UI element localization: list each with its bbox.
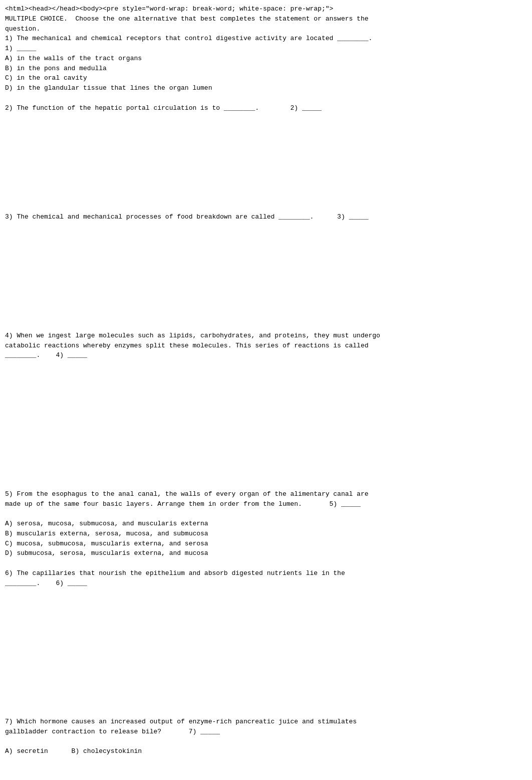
q1-text: 1) The mechanical and chemical receptors…: [5, 35, 372, 42]
q5-option-d: D) submucosa, serosa, muscularis externa…: [5, 549, 208, 557]
q5-option-b: B) muscularis externa, serosa, mucosa, a…: [5, 530, 208, 537]
q1-option-c: C) in the oral cavity: [5, 74, 87, 82]
q1-option-d: D) in the glandular tissue that lines th…: [5, 84, 212, 92]
intro-line-2: question.: [5, 25, 40, 33]
q4-answer-blank: ________. 4) _____: [5, 351, 87, 359]
intro-line: MULTIPLE CHOICE. Choose the one alternat…: [5, 15, 369, 23]
html-tag-line: <html><head></head><body><pre style="wor…: [5, 5, 333, 13]
q1-option-a: A) in the walls of the tract organs: [5, 55, 142, 62]
q3-text: 3) The chemical and mechanical processes…: [5, 213, 369, 221]
q7-text-line1: 7) Which hormone causes an increased out…: [5, 718, 357, 725]
q5-text-line2: made up of the same four basic layers. A…: [5, 500, 361, 508]
q6-text-line1: 6) The capillaries that nourish the epit…: [5, 569, 345, 577]
page-container: <html><head></head><body><pre style="wor…: [0, 0, 532, 780]
q6-answer-blank: ________. 6) _____: [5, 579, 87, 587]
q1-answer-blank: 1) _____: [5, 45, 36, 52]
q5-text-line1: 5) From the esophagus to the anal canal,…: [5, 490, 369, 498]
q1-option-b: B) in the pons and medulla: [5, 65, 107, 72]
quiz-content: <html><head></head><body><pre style="wor…: [5, 4, 527, 780]
q7-text-line2: gallbladder contraction to release bile?…: [5, 728, 220, 735]
q4-text-line1: 4) When we ingest large molecules such a…: [5, 332, 380, 339]
q7-options: A) secretin B) cholecystokinin: [5, 747, 142, 755]
q2-text: 2) The function of the hepatic portal ci…: [5, 104, 322, 112]
q5-option-a: A) serosa, mucosa, submucosa, and muscul…: [5, 520, 208, 527]
q4-text-line2: catabolic reactions whereby enzymes spli…: [5, 342, 369, 349]
q5-option-c: C) mucosa, submucosa, muscularis externa…: [5, 540, 208, 547]
